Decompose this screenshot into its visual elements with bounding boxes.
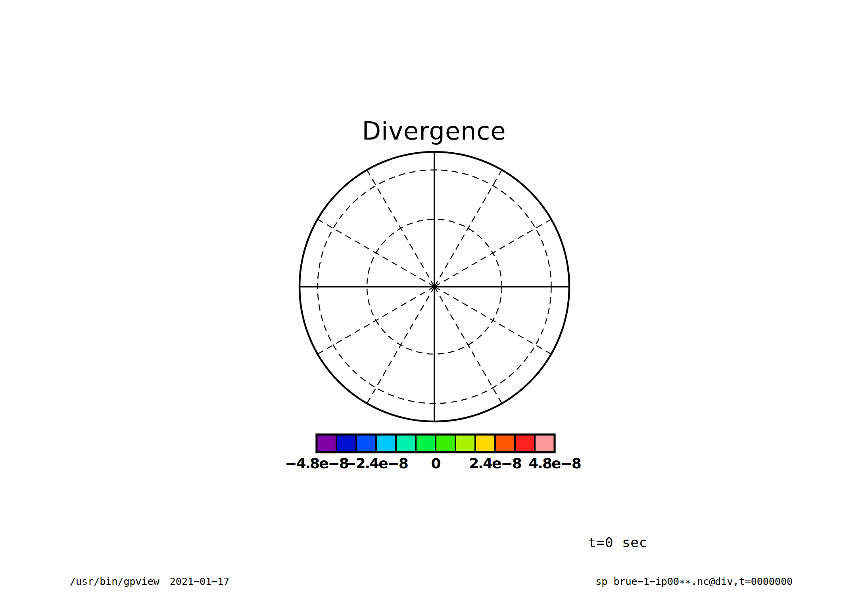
gpview-output-page: Divergence −4.8e−8−2.4e−802.4e−84.8e−8 t… (0, 0, 868, 613)
meridian-line-dashed (367, 170, 434, 287)
colorbar-cell (336, 435, 356, 452)
dataset-label: sp_brue−1−ip00∗∗.nc@div,t=0000000 (595, 576, 793, 587)
colorbar-cell (455, 435, 475, 452)
meridian-line-dashed (434, 287, 502, 403)
meridian-line-dashed (434, 170, 502, 287)
colorbar-cell (535, 435, 555, 452)
colorbar-tick-label: −2.4e−8 (344, 455, 408, 471)
footer-left: /usr/bin/gpview 2021−01−17 (70, 576, 229, 587)
meridian-line-dashed (434, 287, 551, 354)
colorbar-cell (495, 435, 515, 452)
meridian-line-dashed (318, 219, 434, 287)
colorbar-tick-label: 2.4e−8 (469, 455, 521, 471)
polar-plot-canvas (0, 0, 868, 613)
time-label: t=0 sec (588, 534, 647, 550)
colorbar-tick-label: −4.8e−8 (285, 455, 348, 471)
colorbar-cell (396, 435, 416, 452)
colorbar-cell (317, 435, 336, 452)
date-label: 2021−01−17 (170, 576, 230, 587)
colorbar-cell (515, 435, 535, 452)
colorbar-cell (475, 435, 495, 452)
colorbar-tick-label: 4.8e−8 (528, 455, 580, 471)
colorbar-tick-row: −4.8e−8−2.4e−802.4e−84.8e−8 (0, 455, 868, 471)
colorbar-cell (416, 435, 436, 452)
colorbar-cell (436, 435, 455, 452)
command-path-label: /usr/bin/gpview (70, 576, 159, 587)
colorbar-cell (376, 435, 396, 452)
colorbar-cell (356, 435, 376, 452)
meridian-line-dashed (434, 219, 551, 287)
meridian-line-dashed (367, 287, 434, 403)
colorbar-tick-label: 0 (431, 455, 440, 471)
meridian-line-dashed (318, 287, 434, 354)
